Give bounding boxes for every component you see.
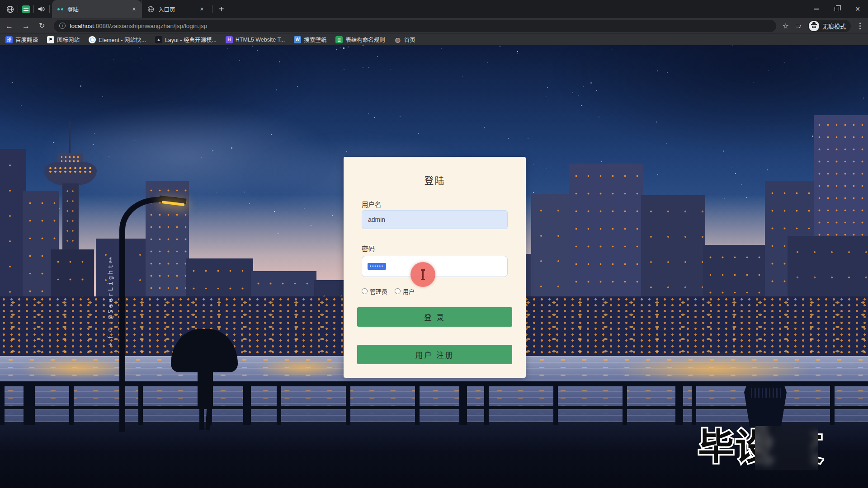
street-lamp-pole <box>119 235 125 432</box>
green-sheet-icon <box>22 5 30 13</box>
minimize-button[interactable] <box>806 0 826 18</box>
register-button[interactable]: 用户 注册 <box>357 345 512 364</box>
page-content: ✈f◎:@SeerLight⁑ 登陆 用户名 密码 •••••• 管理员 用户 … <box>0 45 868 488</box>
light-reflection <box>18 357 136 380</box>
maximize-button[interactable] <box>826 0 847 18</box>
person-silhouette <box>199 407 204 430</box>
divider <box>33 5 34 13</box>
radio-user[interactable]: 用户 <box>395 287 415 296</box>
table-rules-icon: ≣ <box>335 36 343 43</box>
bookmarks-bar: 译百度翻译 ⚑图标网站 ⬡Element - 网站快... ▲Layui - 经… <box>0 33 868 45</box>
bookmark-html5-template[interactable]: HHTML5 Website T... <box>226 36 285 43</box>
address-bar[interactable]: i localhost:8080/zaixianshipinwangzhan/j… <box>54 20 776 32</box>
flag-icon: ⚑ <box>47 36 54 43</box>
minimize-icon <box>814 9 819 9</box>
back-button[interactable]: ← <box>5 22 13 30</box>
tab-entry-page[interactable]: 入口页 ✕ <box>142 0 209 18</box>
browser-window: 登陆 ✕ 入口页 ✕ + ✕ ← → ↻ i localhost:8080/za… <box>0 0 868 488</box>
login-title: 登陆 <box>344 173 526 187</box>
speaker-icon <box>38 6 45 12</box>
person-silhouette <box>198 365 213 409</box>
password-label: 密码 <box>362 244 375 253</box>
tab-close-icon[interactable]: ✕ <box>200 6 204 12</box>
password-selection: •••••• <box>368 263 386 270</box>
role-radio-group: 管理员 用户 <box>362 287 415 296</box>
url-path: :8080/zaixianshipinwangzhan/jsp/login.js… <box>94 23 208 29</box>
tab-close-icon[interactable]: ✕ <box>132 6 136 12</box>
railing <box>0 381 868 425</box>
site-info-icon[interactable]: i <box>59 23 66 29</box>
layui-icon: ▲ <box>155 36 162 43</box>
username-input[interactable] <box>362 210 508 229</box>
wallpaper-icon: W <box>294 36 301 43</box>
tab-login[interactable]: 登陆 ✕ <box>52 0 142 18</box>
forward-button[interactable]: → <box>22 22 30 30</box>
tab-strip: 登陆 ✕ 入口页 ✕ + ✕ <box>0 0 868 18</box>
bookmark-baidu-translate[interactable]: 译百度翻译 <box>5 35 38 44</box>
railing-mid-bar <box>0 406 868 409</box>
tab-label: 登陆 <box>67 5 129 14</box>
bookmark-table-naming-rules[interactable]: ≣表结构命名规则 <box>335 35 385 44</box>
html5-icon: H <box>226 36 233 43</box>
divider <box>49 5 50 13</box>
tower-shaft <box>62 183 79 260</box>
restore-icon <box>835 7 839 11</box>
bookmark-wallpaper-search[interactable]: W搜索壁纸 <box>294 35 326 44</box>
globe-icon <box>6 5 14 13</box>
pinned-tab-globe[interactable] <box>5 0 15 18</box>
radio-circle-icon <box>395 288 401 294</box>
new-tab-button[interactable]: + <box>212 4 231 14</box>
tab-label: 入口页 <box>158 5 197 14</box>
incognito-badge: 无痕模式 <box>808 20 851 32</box>
pinned-tab-audio[interactable] <box>36 0 47 18</box>
url-host: localhost <box>70 23 94 29</box>
browser-toolbar: ← → ↻ i localhost:8080/zaixianshipinwang… <box>0 18 868 33</box>
text-cursor-icon <box>422 270 424 279</box>
element-ui-icon: ⬡ <box>89 36 96 43</box>
divider <box>18 5 18 13</box>
login-card: 登陆 用户名 密码 •••••• 管理员 用户 登 录 用户 注册 <box>344 157 526 378</box>
login-button[interactable]: 登 录 <box>357 307 512 327</box>
light-reflection <box>253 358 353 378</box>
bookmark-layui[interactable]: ▲Layui - 经典开源模... <box>155 35 217 44</box>
tower-antenna <box>69 121 71 157</box>
railing-top-bar <box>0 381 868 386</box>
bookmark-icon-site[interactable]: ⚑图标网站 <box>47 35 80 44</box>
globe-icon: ◍ <box>394 36 401 43</box>
tower-observation-deck <box>44 162 97 185</box>
baidu-translate-icon: 译 <box>5 36 13 43</box>
trash-bin-silhouette <box>744 385 787 429</box>
incognito-label: 无痕模式 <box>822 22 846 30</box>
username-label: 用户名 <box>362 199 382 209</box>
reload-button[interactable]: ↻ <box>39 22 45 29</box>
window-controls: ✕ <box>806 0 868 18</box>
bookmark-element[interactable]: ⬡Element - 网站快... <box>89 35 146 44</box>
browser-menu-icon[interactable] <box>858 23 863 29</box>
close-icon: ✕ <box>855 5 860 13</box>
click-indicator <box>410 262 435 287</box>
bookmark-star-icon[interactable]: ☆ <box>783 22 789 30</box>
media-controls-icon[interactable]: ≡♪ <box>796 23 801 29</box>
close-button[interactable]: ✕ <box>847 0 868 18</box>
watermark-blur-box <box>755 426 818 470</box>
bookmark-home[interactable]: ◍首页 <box>394 35 415 44</box>
tab-favicon-dots-icon <box>57 8 63 10</box>
pinned-tab-sheet[interactable] <box>20 0 31 18</box>
light-reflection <box>615 355 814 383</box>
globe-icon <box>147 6 154 13</box>
artist-credit: ✈f◎:@SeerLight⁑ <box>107 254 114 348</box>
radio-circle-icon <box>362 288 368 294</box>
railing-posts <box>0 381 868 425</box>
incognito-icon <box>809 21 819 31</box>
radio-admin[interactable]: 管理员 <box>362 287 387 296</box>
